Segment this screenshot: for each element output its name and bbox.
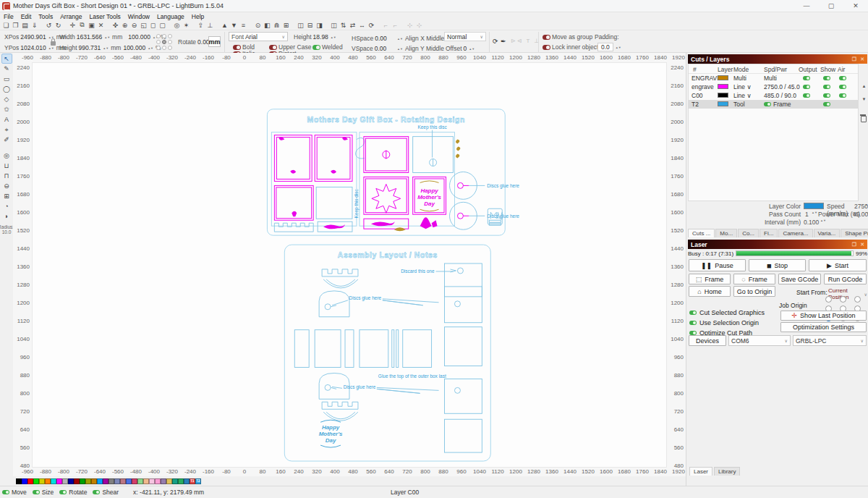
- spell-check-icon[interactable]: ⟳: [493, 38, 498, 45]
- width-spinner[interactable]: ▲▼: [104, 36, 110, 38]
- speed-spinner[interactable]: ▲▼: [865, 203, 868, 206]
- panel-tab-co[interactable]: Co...: [738, 229, 759, 237]
- device-combo[interactable]: GRBL-LPC∨: [793, 335, 867, 346]
- design-svg[interactable]: Mothers Day Gift Box - Rotating Design K…: [33, 63, 668, 468]
- cuts-layers-titlebar[interactable]: Cuts / Layers ❐✕: [688, 54, 867, 64]
- keep-disc-top-label[interactable]: Keep this disc: [417, 124, 447, 130]
- delete-icon[interactable]: ✕: [96, 21, 106, 30]
- palette-color-8[interactable]: [62, 478, 68, 484]
- weld-shapes-icon[interactable]: ⋒: [272, 21, 281, 30]
- palette-color-20[interactable]: [132, 478, 137, 484]
- palette-color-27[interactable]: [172, 478, 178, 484]
- devices-button[interactable]: Devices: [689, 335, 726, 346]
- zoom-to-selection-icon[interactable]: ◱: [139, 21, 148, 30]
- keep-disc-side-label[interactable]: Keep this disc: [354, 188, 359, 218]
- palette-color-17[interactable]: [114, 478, 120, 484]
- star-tool[interactable]: ✩: [1, 104, 12, 114]
- grid-array-tool[interactable]: ⊞: [1, 191, 12, 201]
- panel1-title[interactable]: Mothers Day Gift Box - Rotating Design: [307, 116, 465, 124]
- palette-color-9[interactable]: [68, 478, 74, 484]
- pen-tool[interactable]: ✐: [1, 135, 12, 145]
- offset-spinner[interactable]: ▲▼: [469, 48, 475, 50]
- origin-dot-7[interactable]: [162, 46, 166, 50]
- palette-color-3[interactable]: [33, 478, 39, 484]
- weld-tool[interactable]: ⊔: [1, 161, 12, 171]
- dock-tab-laser[interactable]: Laser: [689, 467, 712, 476]
- palette-color-25[interactable]: [161, 478, 166, 484]
- pan-view-icon[interactable]: ✜: [111, 21, 120, 30]
- palette-color-13[interactable]: [91, 478, 97, 484]
- measure-tool-icon[interactable]: ⊹: [405, 21, 414, 30]
- preview-icon[interactable]: ▢: [158, 21, 167, 30]
- panel-tab-cuts[interactable]: Cuts ...: [688, 229, 715, 237]
- discard-label[interactable]: Discard this one: [401, 269, 435, 274]
- palette-color-5[interactable]: [45, 478, 51, 484]
- show-toggle[interactable]: [823, 76, 830, 80]
- design-canvas[interactable]: Mothers Day Gift Box - Rotating Design K…: [32, 62, 667, 468]
- palette-color-14[interactable]: [97, 478, 103, 484]
- show-origin-icon[interactable]: ⊥: [205, 21, 215, 30]
- menu-help[interactable]: Help: [188, 13, 208, 20]
- layer-color-swatch[interactable]: [718, 75, 728, 80]
- layer-row-engrave[interactable]: ENGRAVEMultiMulti: [689, 74, 858, 83]
- panel-tab-camera[interactable]: Camera...: [778, 229, 812, 237]
- split-view-icon[interactable]: ◫: [329, 21, 339, 30]
- laser-float-icon[interactable]: ❐: [852, 242, 856, 248]
- align-x-spinner[interactable]: ▲▼: [397, 38, 403, 40]
- panel-tab-varia[interactable]: Varia...: [814, 229, 841, 237]
- origin-dot-4[interactable]: [162, 40, 166, 44]
- design-panel-1[interactable]: Mothers Day Gift Box - Rotating Design K…: [267, 109, 519, 235]
- scale-x-field[interactable]: 100.000: [128, 33, 150, 41]
- job-origin-radio-0-2[interactable]: [854, 296, 861, 303]
- move-as-group-toggle[interactable]: [542, 35, 550, 40]
- palette-color-4[interactable]: [39, 478, 45, 484]
- open-file-icon[interactable]: ❐: [11, 21, 20, 30]
- ruler-tool-icon[interactable]: ⊹: [414, 21, 424, 30]
- palette-color-28[interactable]: [178, 478, 184, 484]
- layer-color-swatch[interactable]: [718, 101, 728, 106]
- select-tool[interactable]: ↖: [1, 54, 12, 64]
- align-y-combo[interactable]: Align Y Middle: [405, 45, 444, 52]
- home-button[interactable]: ⌂Home: [689, 286, 731, 297]
- palette-color-21[interactable]: [137, 478, 143, 484]
- import-file-icon[interactable]: ⇓: [30, 21, 39, 30]
- origin-dot-6[interactable]: [156, 46, 161, 50]
- redo-icon[interactable]: ↻: [54, 21, 63, 30]
- boolean-union-tool[interactable]: ⊓: [1, 171, 12, 181]
- air-toggle[interactable]: [839, 76, 846, 80]
- assembly-happy-1[interactable]: Happy: [322, 424, 340, 431]
- array-tool-icon[interactable]: ⊞: [281, 21, 291, 30]
- palette-color-16[interactable]: [109, 478, 114, 484]
- frame-square-button[interactable]: ⬚Frame: [689, 274, 731, 284]
- paste-in-place-icon[interactable]: ✛: [68, 21, 77, 30]
- font-height-field[interactable]: 18.98: [313, 33, 328, 41]
- move-to-back-icon[interactable]: ▼: [229, 21, 239, 30]
- palette-color-0[interactable]: [16, 478, 22, 484]
- object-origin-grid[interactable]: [156, 34, 173, 51]
- job-origin-radio-0-1[interactable]: [840, 296, 846, 303]
- stop-button[interactable]: ■Stop: [749, 259, 806, 271]
- distribute-icon[interactable]: ≡: [239, 21, 248, 30]
- menu-arrange[interactable]: Arrange: [56, 13, 85, 20]
- palette-tool-t1[interactable]: T1: [190, 478, 195, 484]
- align-y-spinner[interactable]: ▲▼: [397, 48, 403, 50]
- trace-image-icon[interactable]: ⇪: [196, 21, 205, 30]
- origin-dot-2[interactable]: [168, 34, 172, 38]
- palette-color-29[interactable]: [184, 478, 190, 484]
- aspect-lock-icon[interactable]: [51, 41, 56, 46]
- maximize-button[interactable]: ▢: [819, 0, 843, 12]
- text-tool[interactable]: A: [1, 114, 12, 124]
- rotate-90-icon[interactable]: ⟳: [367, 21, 376, 30]
- palette-color-22[interactable]: [143, 478, 149, 484]
- cut-selected-graphics-toggle[interactable]: [689, 311, 697, 315]
- padding-field[interactable]: 0.0: [597, 43, 613, 51]
- happy-text-2[interactable]: Mother's: [417, 194, 441, 201]
- menu-laser-tools[interactable]: Laser Tools: [85, 13, 124, 20]
- palette-color-10[interactable]: [74, 478, 80, 484]
- palette-color-11[interactable]: [80, 478, 85, 484]
- layer-row-engrave[interactable]: engraveLine ∨2750.0 / 45.0: [689, 83, 858, 91]
- offset-field[interactable]: 0: [464, 45, 467, 52]
- height-spinner[interactable]: ▲▼: [103, 47, 109, 49]
- lock-inner-objects-toggle[interactable]: [542, 45, 550, 50]
- padding-spinner[interactable]: ▲▼: [616, 46, 621, 48]
